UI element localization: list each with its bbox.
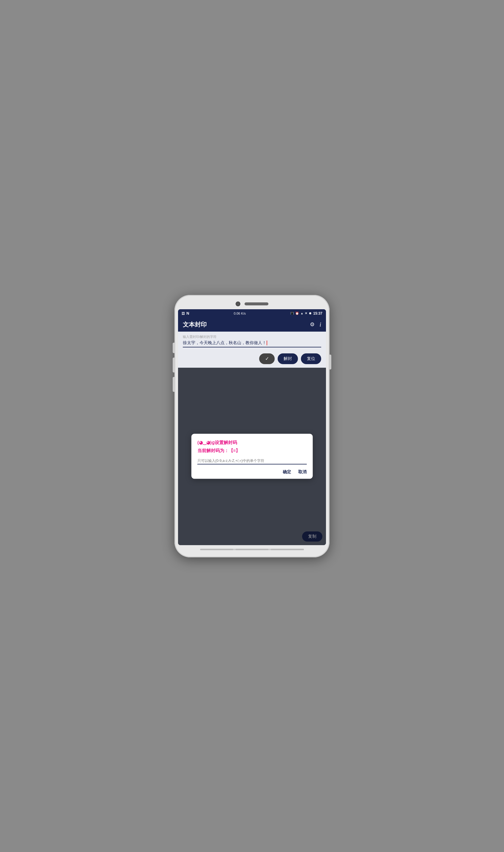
nav-home[interactable]: [236, 549, 268, 550]
decode-code-input[interactable]: [197, 458, 307, 464]
dialog-button-row: 确定 取消: [197, 469, 307, 475]
dialog-confirm-button[interactable]: 确定: [283, 469, 291, 475]
phone-bottom-nav: [178, 549, 326, 550]
network-speed: 0.06 K/s: [234, 312, 246, 315]
phone-device: 🖼 N 0.06 K/s 📳 ⏰ ▲ ✕ ⏺ 15:37 文本封印 ⚙ i 输入…: [175, 295, 329, 557]
app-toolbar: 文本封印 ⚙ i: [178, 318, 326, 332]
set-decode-dialog: (◕‿◕)ɡ设置解封码 当前解封码为：【=】 确定 取消: [192, 434, 313, 479]
app-title: 文本封印: [183, 321, 207, 329]
decode-button[interactable]: 解封: [278, 354, 298, 364]
volume-silent-button[interactable]: [173, 343, 175, 353]
nav-back[interactable]: [200, 549, 233, 550]
volume-up-button[interactable]: [173, 358, 175, 373]
checkmark-icon: ✓: [265, 356, 269, 361]
confirm-button[interactable]: ✓: [259, 354, 275, 364]
notification-icon: N: [186, 311, 189, 315]
main-content-area: (◕‿◕)ɡ设置解封码 当前解封码为：【=】 确定 取消 复制: [178, 368, 326, 545]
input-label: 输入需封印/解封的字符: [183, 334, 321, 339]
input-area: 输入需封印/解封的字符 徐太宇，今天晚上八点，秋名山，教你做人！: [178, 332, 326, 351]
alarm-icon: ⏰: [295, 312, 299, 315]
action-buttons-row: ✓ 解封 复位: [178, 351, 326, 368]
status-right-area: 📳 ⏰ ▲ ✕ ⏺ 15:37: [290, 311, 322, 315]
earpiece-speaker: [245, 302, 268, 305]
navigation-bar: [200, 549, 304, 550]
phone-screen: 🖼 N 0.06 K/s 📳 ⏰ ▲ ✕ ⏺ 15:37 文本封印 ⚙ i 输入…: [178, 309, 326, 545]
record-icon: ⏺: [309, 312, 312, 315]
wifi-icon: ▲: [300, 312, 303, 315]
clock-time: 15:37: [313, 311, 322, 315]
dialog-input-wrapper: [197, 458, 307, 465]
status-left-icons: 🖼 N: [182, 311, 189, 315]
input-value: 徐太宇，今天晚上八点，秋名山，教你做人！: [183, 340, 266, 346]
phone-top-hardware: [178, 300, 326, 306]
reset-button[interactable]: 复位: [301, 354, 321, 364]
text-cursor: [267, 341, 267, 345]
power-button[interactable]: [329, 355, 331, 369]
status-bar: 🖼 N 0.06 K/s 📳 ⏰ ▲ ✕ ⏺ 15:37: [178, 309, 326, 318]
volume-down-button[interactable]: [173, 377, 175, 392]
dialog-title: (◕‿◕)ɡ设置解封码: [197, 440, 307, 446]
info-icon[interactable]: i: [319, 321, 321, 328]
front-camera: [236, 302, 240, 306]
dialog-subtitle: 当前解封码为：【=】: [197, 448, 307, 454]
gallery-icon: 🖼: [182, 312, 185, 315]
nav-recents[interactable]: [271, 549, 304, 550]
input-display: 徐太宇，今天晚上八点，秋名山，教你做人！: [183, 340, 321, 347]
dialog-cancel-button[interactable]: 取消: [298, 469, 307, 475]
settings-icon[interactable]: ⚙: [310, 321, 314, 328]
signal-icon: ✕: [305, 312, 307, 315]
toolbar-icons: ⚙ i: [310, 321, 321, 328]
vibrate-icon: 📳: [290, 312, 294, 315]
